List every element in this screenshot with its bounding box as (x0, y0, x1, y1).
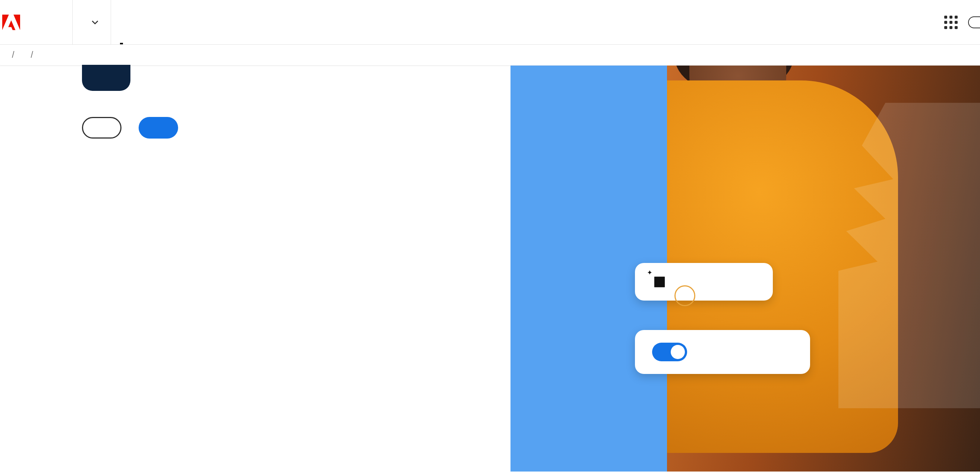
primary-nav (73, 0, 194, 44)
free-trial-button[interactable] (82, 117, 121, 138)
crumb-sep: / (12, 50, 14, 60)
nav-compare-plans[interactable] (153, 0, 173, 44)
breadcrumb: / / (0, 45, 980, 65)
nav-photoshop-lightroom[interactable] (111, 0, 132, 44)
sign-in-button[interactable] (968, 16, 980, 28)
adobe-logo-icon (2, 14, 20, 30)
app-switcher-icon[interactable] (944, 16, 958, 29)
chevron-down-icon (91, 19, 99, 26)
nav-features[interactable] (132, 0, 153, 44)
generative-ai-toggle[interactable] (652, 343, 687, 361)
hero-copy (0, 65, 511, 471)
overlay-remove-pill (635, 263, 773, 301)
crumb-sep: / (30, 50, 33, 60)
brand[interactable] (0, 0, 73, 44)
hero (0, 65, 980, 471)
eraser-icon (652, 274, 667, 289)
overlay-generative-ai-pill (635, 330, 810, 374)
top-nav (0, 0, 980, 45)
buy-now-button[interactable] (138, 117, 178, 138)
lightroom-app-icon (82, 65, 130, 91)
nav-right (944, 0, 980, 44)
cta-row (82, 117, 511, 138)
nav-creativity-design[interactable] (73, 0, 111, 44)
nav-free-trial-details[interactable] (173, 0, 194, 44)
